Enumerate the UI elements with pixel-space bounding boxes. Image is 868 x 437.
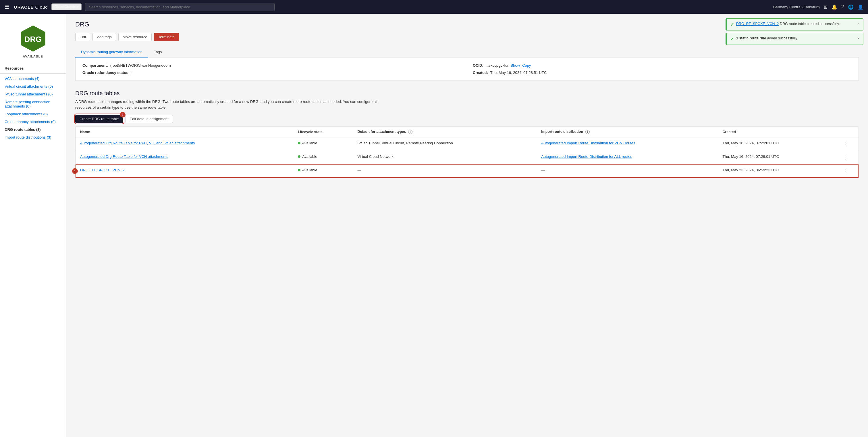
row3-kebab-menu[interactable]: ⋮	[838, 168, 854, 174]
terminate-button[interactable]: Terminate	[154, 33, 179, 41]
row1-name-link[interactable]: Autogenerated Drg Route Table for RPC, V…	[80, 141, 195, 145]
globe-icon[interactable]: 🌐	[848, 4, 854, 10]
drg-icon-container: DRG AVAILABLE	[0, 20, 66, 64]
redundancy-label: Oracle redundancy status:	[83, 70, 129, 75]
table-row: Autogenerated Drg Route Table for VCN at…	[75, 151, 859, 165]
row1-lifecycle: Available	[293, 137, 353, 151]
console-icon[interactable]: ⊞	[824, 4, 828, 10]
user-avatar-icon[interactable]: 👤	[858, 4, 863, 10]
row2-import-dist: Autogenerated Import Route Distribution …	[536, 151, 718, 165]
row2-status-dot	[298, 155, 301, 158]
edit-button[interactable]: Edit	[75, 33, 90, 41]
sidebar-item-remote-peering[interactable]: Remote peering connection attachments (0…	[0, 98, 66, 110]
info-grid: Compartment: (root)/NETWORK/IwanHoogendo…	[83, 63, 851, 75]
row1-created: Thu, May 16, 2024, 07:29:01 UTC	[718, 137, 834, 151]
compartment-label: Compartment:	[83, 63, 108, 67]
success-icon-2: ✔	[730, 36, 734, 42]
success-icon-1: ✔	[730, 22, 734, 27]
sidebar-item-drg-route-tables[interactable]: DRG route tables (3)	[0, 126, 66, 134]
ocid-show-link[interactable]: Show	[511, 63, 520, 67]
sidebar-item-vcn-attachments[interactable]: VCN attachments (4)	[0, 75, 66, 83]
route-tables-title: DRG route tables	[75, 90, 859, 96]
row1-status-dot	[298, 142, 301, 144]
created-row: Created: Thu, May 16, 2024, 07:28:51 UTC	[473, 70, 851, 75]
create-btn-group: Create DRG route table 2	[75, 115, 123, 123]
tab-bar: Dynamic routing gateway information Tags	[75, 47, 859, 58]
main-content: ✔ DRG_RT_SPOKE_VCN_2 DRG route table cre…	[66, 14, 868, 437]
import-dist-info-icon[interactable]: i	[585, 130, 590, 134]
help-icon[interactable]: ?	[841, 4, 844, 9]
sidebar-item-virtual-circuit[interactable]: Virtual circuit attachments (0)	[0, 83, 66, 90]
created-value: Thu, May 16, 2024, 07:28:51 UTC	[490, 70, 547, 75]
row1-name: Autogenerated Drg Route Table for RPC, V…	[75, 137, 293, 151]
notification-text-1: DRG_RT_SPOKE_VCN_2 DRG route table creat…	[736, 22, 855, 27]
notification-bell-icon[interactable]: 🔔	[832, 4, 837, 10]
drg-hexagon-icon: DRG	[19, 24, 48, 53]
row1-default-types: IPSec Tunnel, Virtual Circuit, Remote Pe…	[353, 137, 536, 151]
compartment-value: (root)/NETWORK/IwanHoogendoorn	[110, 63, 171, 67]
notification-close-1[interactable]: ×	[857, 22, 860, 26]
tab-drg-info[interactable]: Dynamic routing gateway information	[75, 47, 148, 58]
row1-import-dist-link[interactable]: Autogenerated Import Route Distribution …	[541, 141, 635, 145]
notification-link-1[interactable]: DRG_RT_SPOKE_VCN_2	[736, 22, 779, 26]
row2-kebab-menu[interactable]: ⋮	[838, 154, 854, 161]
notifications-container: ✔ DRG_RT_SPOKE_VCN_2 DRG route table cre…	[725, 19, 863, 47]
col-created: Created	[718, 127, 834, 137]
resources-title: Resources	[0, 64, 66, 72]
row2-actions: ⋮	[833, 151, 859, 165]
ocid-label: OCID:	[473, 63, 484, 67]
sidebar: DRG AVAILABLE Resources VCN attachments …	[0, 14, 66, 437]
search-input[interactable]	[85, 3, 275, 11]
compartment-row: Compartment: (root)/NETWORK/IwanHoogendo…	[83, 63, 461, 67]
hamburger-menu-icon[interactable]: ☰	[5, 4, 9, 10]
row3-created: Thu, May 23, 2024, 06:59:23 UTC	[718, 165, 834, 178]
notification-close-2[interactable]: ×	[857, 36, 860, 40]
sidebar-item-ipsec[interactable]: IPSec tunnel attachments (0)	[0, 90, 66, 98]
cloud-classic-button[interactable]: Cloud Classic >	[52, 3, 82, 10]
svg-text:DRG: DRG	[24, 35, 42, 44]
created-label: Created:	[473, 70, 488, 75]
move-resource-button[interactable]: Move resource	[118, 33, 152, 41]
tab-tags[interactable]: Tags	[148, 47, 167, 58]
ocid-row: OCID: ...vxqqcgvkka Show Copy	[473, 63, 851, 67]
drg-status: AVAILABLE	[23, 55, 43, 58]
col-actions	[833, 127, 859, 137]
add-tags-button[interactable]: Add tags	[92, 33, 116, 41]
ocid-value: ...vxqqcgvkka	[486, 63, 508, 67]
info-panel: Compartment: (root)/NETWORK/IwanHoogendo…	[75, 58, 859, 81]
row3-import-dist: —	[536, 165, 718, 178]
create-button-badge: 2	[120, 112, 126, 118]
row3-status-dot	[298, 169, 301, 171]
col-name: Name	[75, 127, 293, 137]
row3-name-link[interactable]: DRG_RT_SPOKE_VCN_2	[80, 168, 124, 172]
sidebar-item-loopback[interactable]: Loopback attachments (0)	[0, 110, 66, 118]
attachment-types-info-icon[interactable]: i	[408, 130, 412, 134]
col-import-dist: Import route distribution i	[536, 127, 718, 137]
edit-default-assignment-button[interactable]: Edit default assignment	[126, 115, 173, 123]
top-navigation: ☰ ORACLE Cloud Cloud Classic > Germany C…	[0, 0, 868, 14]
row2-import-dist-link[interactable]: Autogenerated Import Route Distribution …	[541, 154, 632, 159]
sidebar-item-cross-tenancy[interactable]: Cross-tenancy attachments (0)	[0, 118, 66, 126]
row3-lifecycle: Available	[293, 165, 353, 178]
notification-text-2: 1 static route rule added successfully.	[736, 36, 855, 41]
row2-lifecycle: Available	[293, 151, 353, 165]
route-tables-table: Name Lifecycle state Default for attachm…	[75, 127, 859, 178]
row3-default-types: —	[353, 165, 536, 178]
row2-name-link[interactable]: Autogenerated Drg Route Table for VCN at…	[80, 154, 168, 159]
row2-name: Autogenerated Drg Route Table for VCN at…	[75, 151, 293, 165]
route-tables-container: Name Lifecycle state Default for attachm…	[75, 126, 859, 178]
region-selector[interactable]: Germany Central (Frankfurt)	[773, 5, 820, 9]
row3-name: 1 DRG_RT_SPOKE_VCN_2	[75, 165, 293, 178]
notification-2: ✔ 1 static route rule added successfully…	[725, 33, 863, 45]
row1-kebab-menu[interactable]: ⋮	[838, 141, 854, 147]
notification-1: ✔ DRG_RT_SPOKE_VCN_2 DRG route table cre…	[725, 19, 863, 30]
sidebar-item-import-route[interactable]: Import route distributions (3)	[0, 134, 66, 141]
row3-badge: 1	[72, 168, 78, 174]
route-tables-description: A DRG route table manages routing within…	[75, 99, 391, 110]
table-row: Autogenerated Drg Route Table for RPC, V…	[75, 137, 859, 151]
ocid-copy-link[interactable]: Copy	[522, 63, 531, 67]
row1-import-dist: Autogenerated Import Route Distribution …	[536, 137, 718, 151]
create-drg-route-table-button[interactable]: Create DRG route table	[75, 115, 123, 123]
nav-right-icons: Germany Central (Frankfurt) ⊞ 🔔 ? 🌐 👤	[773, 4, 863, 10]
redundancy-row: Oracle redundancy status: —	[83, 70, 461, 75]
